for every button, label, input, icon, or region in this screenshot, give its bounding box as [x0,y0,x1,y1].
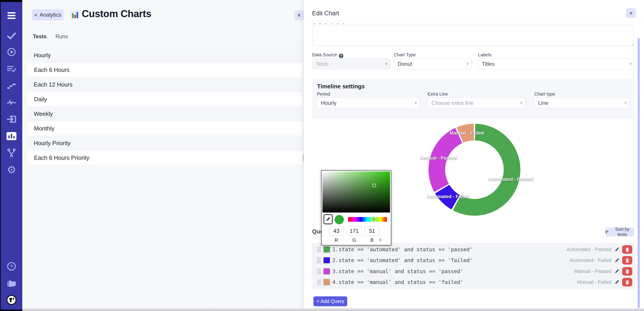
color-swatch [324,257,330,263]
data-source-select[interactable]: Tests▾ [312,58,390,69]
list-item[interactable]: Weekly [27,107,303,121]
panel-scrollbar[interactable] [638,38,640,308]
check-icon[interactable] [1,31,22,41]
pencil-icon [614,280,620,285]
query-row: 1.state == 'automated' and status == 'pa… [312,244,635,255]
blue-input[interactable] [364,226,380,236]
delete-query-button[interactable] [622,278,632,286]
branch-icon[interactable] [1,147,22,158]
trash-icon [626,269,629,273]
hue-slider[interactable] [348,217,387,222]
edit-query-button[interactable] [614,247,620,252]
query-row: 4.state == 'manual' and status == 'faile… [312,277,635,287]
settings-gear-icon[interactable]: ⚙ [1,164,22,175]
edit-query-button[interactable] [614,269,620,274]
edit-chart-panel: Edit Chart × Data Source? Tests▾ Chart T… [304,0,644,311]
blue-label: B [364,237,380,243]
activity-icon[interactable] [1,97,22,108]
sort-by-tests-button[interactable]: Sort by tests [606,227,634,236]
green-input[interactable] [347,226,362,236]
edit-chart-title: Edit Chart [312,10,339,17]
list-item[interactable]: Hourly [27,48,303,63]
timeline-chart-type-select[interactable]: Line▾ [534,97,630,108]
period-label: Period [317,92,330,97]
donut-chart-container: Automated - PassedAutomated - FailedManu… [428,124,520,216]
back-to-analytics-button[interactable]: « Analytics [32,9,64,21]
sign-in-icon[interactable] [1,114,22,125]
period-select[interactable]: Hourly▾ [317,97,420,108]
color-swatch-button[interactable] [322,256,331,264]
chevron-down-icon: ▾ [385,61,387,67]
projects-folder-icon[interactable] [1,278,22,289]
query-text: 1.state == 'automated' and status == 'pa… [332,246,473,252]
list-item[interactable]: Each 12 Hours [27,77,303,92]
drag-handle-icon[interactable] [317,246,321,252]
menu-icon[interactable] [1,10,22,21]
play-circle-icon[interactable] [1,47,22,58]
red-input[interactable] [329,226,344,236]
color-swatch-button[interactable] [322,267,331,276]
close-edit-chart-button[interactable]: × [626,8,636,18]
drag-handle-icon[interactable] [317,279,321,285]
delete-query-button[interactable] [622,256,632,264]
bar-chart-emoji-icon [71,11,79,19]
chart-description-textarea[interactable] [312,25,634,46]
sort-icon [606,230,609,233]
eyedropper-button[interactable] [324,214,332,224]
chevron-down-icon: ▾ [624,100,627,106]
red-label: R [329,237,344,243]
svg-text:?: ? [10,264,13,269]
bar-chart-icon[interactable] [1,131,22,142]
help-circle-icon[interactable]: ? [339,54,344,58]
list-item[interactable]: Hourly Priority [27,136,303,151]
query-label: Manual - Failed [577,279,611,285]
tab-tests[interactable]: Tests [33,33,46,40]
delete-query-button[interactable] [622,245,632,254]
pencil-icon [614,247,620,252]
donut-chart[interactable] [428,124,520,216]
steps-icon[interactable] [1,81,22,91]
query-text: 4.state == 'manual' and status == 'faile… [332,279,464,285]
labels-select[interactable]: Titles▾ [478,58,634,69]
chart-type-select[interactable]: Donut▾ [394,58,472,69]
trash-icon [626,280,629,284]
help-icon[interactable]: ? [1,261,22,272]
add-query-button[interactable]: + Add Query [314,296,347,306]
list-item[interactable]: Monthly [27,121,303,136]
query-row: 2.state == 'automated' and status == 'fa… [312,255,635,266]
list-item[interactable]: Each 6 Hours [27,63,303,77]
list-item[interactable]: Daily [27,92,303,107]
hue-slider-thumb[interactable] [371,216,377,222]
close-icon: × [629,10,633,16]
list-check-icon[interactable] [1,64,22,74]
saturation-cursor[interactable] [372,184,376,187]
close-panel-button[interactable]: × [294,10,304,21]
drag-handle-icon[interactable] [317,257,321,263]
labels-label: Labels [478,52,491,58]
saturation-area[interactable] [322,171,390,212]
edit-query-button[interactable] [614,258,620,263]
edit-query-button[interactable] [614,280,620,285]
data-source-label: Data Source? [312,52,344,58]
workspace-logo[interactable] [1,294,22,305]
timeline-settings-title: Timeline settings [317,83,365,90]
drag-handle-icon[interactable] [317,268,321,274]
delete-query-button[interactable] [622,267,632,276]
donut-segment-label: Manual - Passed [420,155,457,161]
close-icon: × [297,12,301,19]
chevron-down-icon: ▾ [520,100,522,106]
trash-icon [626,247,629,252]
color-swatch-button[interactable] [322,278,331,286]
list-scrollbar[interactable] [303,155,304,161]
sidebar: ⚙ ? [0,0,22,310]
donut-segment-label: Automated - Failed [427,194,469,199]
tab-runs[interactable]: Runs [56,33,68,40]
extra-line-select[interactable]: Choose extra line▾ [428,97,525,108]
color-swatch-button[interactable] [322,245,331,254]
window-bottom-edge [22,308,644,311]
color-mode-toggle-icon[interactable]: ⇕ [379,238,382,242]
list-item[interactable]: Each 6 Hours Priority [27,151,303,165]
page-title: Custom Charts [82,8,151,19]
green-label: G [347,237,362,243]
timeline-chart-type-label: Chart type [534,92,555,97]
